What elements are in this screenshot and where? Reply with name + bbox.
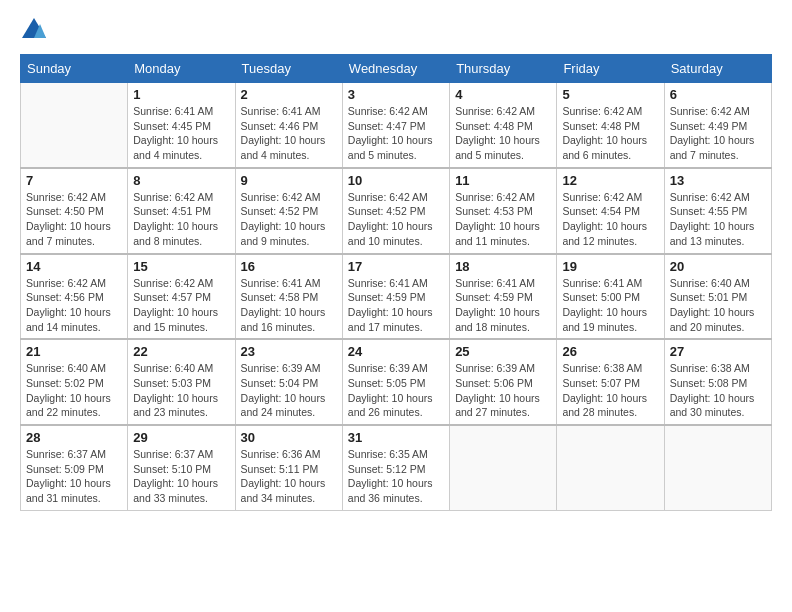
day-cell: 8Sunrise: 6:42 AMSunset: 4:51 PMDaylight… [128, 168, 235, 254]
day-info: Sunrise: 6:38 AMSunset: 5:07 PMDaylight:… [562, 361, 658, 420]
day-cell: 24Sunrise: 6:39 AMSunset: 5:05 PMDayligh… [342, 339, 449, 425]
day-info: Sunrise: 6:40 AMSunset: 5:01 PMDaylight:… [670, 276, 766, 335]
day-cell: 29Sunrise: 6:37 AMSunset: 5:10 PMDayligh… [128, 425, 235, 510]
weekday-header-saturday: Saturday [664, 55, 771, 83]
logo-icon [20, 16, 48, 44]
day-number: 10 [348, 173, 444, 188]
day-cell: 16Sunrise: 6:41 AMSunset: 4:58 PMDayligh… [235, 254, 342, 340]
day-cell [450, 425, 557, 510]
day-number: 16 [241, 259, 337, 274]
day-info: Sunrise: 6:37 AMSunset: 5:09 PMDaylight:… [26, 447, 122, 506]
day-number: 9 [241, 173, 337, 188]
day-cell: 3Sunrise: 6:42 AMSunset: 4:47 PMDaylight… [342, 83, 449, 168]
day-number: 3 [348, 87, 444, 102]
day-cell: 13Sunrise: 6:42 AMSunset: 4:55 PMDayligh… [664, 168, 771, 254]
day-cell: 7Sunrise: 6:42 AMSunset: 4:50 PMDaylight… [21, 168, 128, 254]
day-info: Sunrise: 6:42 AMSunset: 4:47 PMDaylight:… [348, 104, 444, 163]
day-info: Sunrise: 6:41 AMSunset: 4:59 PMDaylight:… [348, 276, 444, 335]
weekday-header-monday: Monday [128, 55, 235, 83]
day-number: 20 [670, 259, 766, 274]
day-cell [21, 83, 128, 168]
day-number: 4 [455, 87, 551, 102]
day-number: 1 [133, 87, 229, 102]
day-cell: 6Sunrise: 6:42 AMSunset: 4:49 PMDaylight… [664, 83, 771, 168]
day-cell: 18Sunrise: 6:41 AMSunset: 4:59 PMDayligh… [450, 254, 557, 340]
day-number: 6 [670, 87, 766, 102]
day-cell: 4Sunrise: 6:42 AMSunset: 4:48 PMDaylight… [450, 83, 557, 168]
weekday-header-row: SundayMondayTuesdayWednesdayThursdayFrid… [21, 55, 772, 83]
day-number: 12 [562, 173, 658, 188]
day-cell: 12Sunrise: 6:42 AMSunset: 4:54 PMDayligh… [557, 168, 664, 254]
day-number: 7 [26, 173, 122, 188]
day-cell [664, 425, 771, 510]
day-cell: 11Sunrise: 6:42 AMSunset: 4:53 PMDayligh… [450, 168, 557, 254]
day-cell: 30Sunrise: 6:36 AMSunset: 5:11 PMDayligh… [235, 425, 342, 510]
day-cell: 22Sunrise: 6:40 AMSunset: 5:03 PMDayligh… [128, 339, 235, 425]
day-cell: 9Sunrise: 6:42 AMSunset: 4:52 PMDaylight… [235, 168, 342, 254]
day-cell: 14Sunrise: 6:42 AMSunset: 4:56 PMDayligh… [21, 254, 128, 340]
day-cell: 31Sunrise: 6:35 AMSunset: 5:12 PMDayligh… [342, 425, 449, 510]
day-cell: 15Sunrise: 6:42 AMSunset: 4:57 PMDayligh… [128, 254, 235, 340]
day-cell: 27Sunrise: 6:38 AMSunset: 5:08 PMDayligh… [664, 339, 771, 425]
day-info: Sunrise: 6:40 AMSunset: 5:03 PMDaylight:… [133, 361, 229, 420]
day-cell: 20Sunrise: 6:40 AMSunset: 5:01 PMDayligh… [664, 254, 771, 340]
day-cell: 21Sunrise: 6:40 AMSunset: 5:02 PMDayligh… [21, 339, 128, 425]
day-info: Sunrise: 6:42 AMSunset: 4:52 PMDaylight:… [348, 190, 444, 249]
day-number: 21 [26, 344, 122, 359]
weekday-header-tuesday: Tuesday [235, 55, 342, 83]
day-number: 26 [562, 344, 658, 359]
day-number: 27 [670, 344, 766, 359]
week-row-0: 1Sunrise: 6:41 AMSunset: 4:45 PMDaylight… [21, 83, 772, 168]
day-info: Sunrise: 6:37 AMSunset: 5:10 PMDaylight:… [133, 447, 229, 506]
day-cell: 28Sunrise: 6:37 AMSunset: 5:09 PMDayligh… [21, 425, 128, 510]
day-cell: 19Sunrise: 6:41 AMSunset: 5:00 PMDayligh… [557, 254, 664, 340]
day-info: Sunrise: 6:42 AMSunset: 4:51 PMDaylight:… [133, 190, 229, 249]
week-row-2: 14Sunrise: 6:42 AMSunset: 4:56 PMDayligh… [21, 254, 772, 340]
day-info: Sunrise: 6:42 AMSunset: 4:57 PMDaylight:… [133, 276, 229, 335]
day-info: Sunrise: 6:40 AMSunset: 5:02 PMDaylight:… [26, 361, 122, 420]
day-cell: 25Sunrise: 6:39 AMSunset: 5:06 PMDayligh… [450, 339, 557, 425]
day-cell: 5Sunrise: 6:42 AMSunset: 4:48 PMDaylight… [557, 83, 664, 168]
logo [20, 16, 50, 44]
day-info: Sunrise: 6:41 AMSunset: 4:45 PMDaylight:… [133, 104, 229, 163]
week-row-1: 7Sunrise: 6:42 AMSunset: 4:50 PMDaylight… [21, 168, 772, 254]
day-number: 29 [133, 430, 229, 445]
day-cell: 26Sunrise: 6:38 AMSunset: 5:07 PMDayligh… [557, 339, 664, 425]
day-info: Sunrise: 6:42 AMSunset: 4:54 PMDaylight:… [562, 190, 658, 249]
day-cell: 10Sunrise: 6:42 AMSunset: 4:52 PMDayligh… [342, 168, 449, 254]
week-row-4: 28Sunrise: 6:37 AMSunset: 5:09 PMDayligh… [21, 425, 772, 510]
day-info: Sunrise: 6:42 AMSunset: 4:48 PMDaylight:… [455, 104, 551, 163]
day-number: 22 [133, 344, 229, 359]
day-number: 31 [348, 430, 444, 445]
day-info: Sunrise: 6:42 AMSunset: 4:56 PMDaylight:… [26, 276, 122, 335]
day-number: 5 [562, 87, 658, 102]
day-info: Sunrise: 6:42 AMSunset: 4:53 PMDaylight:… [455, 190, 551, 249]
day-info: Sunrise: 6:36 AMSunset: 5:11 PMDaylight:… [241, 447, 337, 506]
weekday-header-sunday: Sunday [21, 55, 128, 83]
day-cell: 1Sunrise: 6:41 AMSunset: 4:45 PMDaylight… [128, 83, 235, 168]
calendar-table: SundayMondayTuesdayWednesdayThursdayFrid… [20, 54, 772, 511]
weekday-header-thursday: Thursday [450, 55, 557, 83]
day-number: 18 [455, 259, 551, 274]
day-info: Sunrise: 6:42 AMSunset: 4:55 PMDaylight:… [670, 190, 766, 249]
day-info: Sunrise: 6:39 AMSunset: 5:05 PMDaylight:… [348, 361, 444, 420]
day-info: Sunrise: 6:41 AMSunset: 4:59 PMDaylight:… [455, 276, 551, 335]
day-info: Sunrise: 6:41 AMSunset: 4:46 PMDaylight:… [241, 104, 337, 163]
week-row-3: 21Sunrise: 6:40 AMSunset: 5:02 PMDayligh… [21, 339, 772, 425]
day-info: Sunrise: 6:42 AMSunset: 4:48 PMDaylight:… [562, 104, 658, 163]
day-info: Sunrise: 6:38 AMSunset: 5:08 PMDaylight:… [670, 361, 766, 420]
day-number: 8 [133, 173, 229, 188]
day-number: 13 [670, 173, 766, 188]
day-number: 28 [26, 430, 122, 445]
day-number: 19 [562, 259, 658, 274]
weekday-header-wednesday: Wednesday [342, 55, 449, 83]
day-number: 14 [26, 259, 122, 274]
day-info: Sunrise: 6:35 AMSunset: 5:12 PMDaylight:… [348, 447, 444, 506]
day-number: 2 [241, 87, 337, 102]
day-cell: 17Sunrise: 6:41 AMSunset: 4:59 PMDayligh… [342, 254, 449, 340]
weekday-header-friday: Friday [557, 55, 664, 83]
page-header [20, 16, 772, 44]
day-info: Sunrise: 6:42 AMSunset: 4:50 PMDaylight:… [26, 190, 122, 249]
day-number: 25 [455, 344, 551, 359]
day-cell [557, 425, 664, 510]
